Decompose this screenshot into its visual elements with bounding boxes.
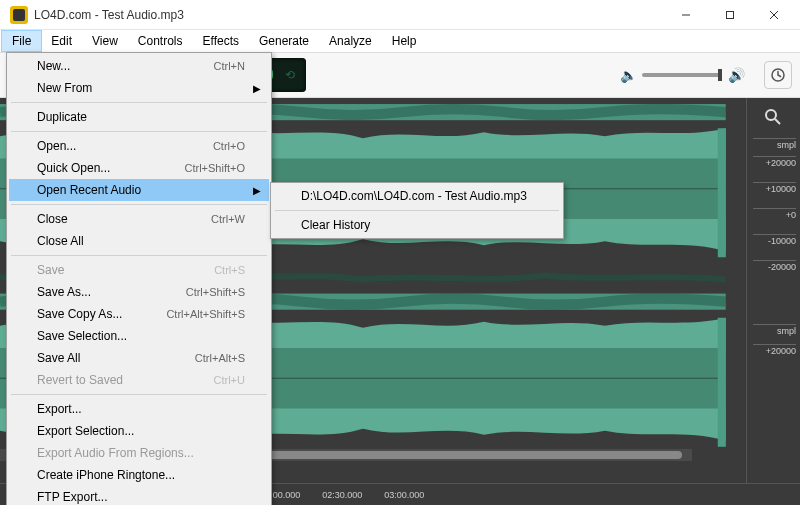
menu-separator <box>11 394 267 395</box>
menu-item-save-copy-as[interactable]: Save Copy As...Ctrl+Alt+Shift+S <box>9 303 269 325</box>
ruler-tick: +10000 <box>753 182 796 194</box>
menu-item-label: Open Recent Audio <box>37 183 245 197</box>
menu-controls[interactable]: Controls <box>128 31 193 51</box>
amplitude-ruler: smpl +20000 +10000 +0 -10000 -20000 smpl… <box>746 98 800 483</box>
menu-effects[interactable]: Effects <box>193 31 249 51</box>
menu-edit[interactable]: Edit <box>41 31 82 51</box>
submenu-item[interactable]: Clear History <box>273 214 561 236</box>
menu-item-new[interactable]: New...Ctrl+N <box>9 55 269 77</box>
submenu-item-label: D:\LO4D.com\LO4D.com - Test Audio.mp3 <box>301 189 537 203</box>
menu-item-export[interactable]: Export... <box>9 398 269 420</box>
menu-item-create-iphone-ringtone[interactable]: Create iPhone Ringtone... <box>9 464 269 486</box>
ruler-tick: -10000 <box>753 234 796 246</box>
menu-item-open[interactable]: Open...Ctrl+O <box>9 135 269 157</box>
menu-item-shortcut: Ctrl+O <box>213 140 245 152</box>
menu-item-shortcut: Ctrl+W <box>211 213 245 225</box>
history-button[interactable] <box>764 61 792 89</box>
svg-rect-14 <box>718 128 726 257</box>
menu-item-label: Close <box>37 212 211 226</box>
submenu-item[interactable]: D:\LO4D.com\LO4D.com - Test Audio.mp3 <box>273 185 561 207</box>
menu-item-save-all[interactable]: Save AllCtrl+Alt+S <box>9 347 269 369</box>
menu-item-label: Revert to Saved <box>37 373 214 387</box>
menu-item-label: Open... <box>37 139 213 153</box>
menu-view[interactable]: View <box>82 31 128 51</box>
ruler-tick: +0 <box>753 208 796 220</box>
menu-item-label: Save As... <box>37 285 186 299</box>
menu-separator <box>275 210 559 211</box>
menu-analyze[interactable]: Analyze <box>319 31 382 51</box>
menu-item-shortcut: Ctrl+Alt+S <box>195 352 245 364</box>
close-button[interactable] <box>752 0 796 30</box>
submenu-item-label: Clear History <box>301 218 537 232</box>
menu-item-label: Save Selection... <box>37 329 245 343</box>
menu-help[interactable]: Help <box>382 31 427 51</box>
submenu-arrow-icon: ▶ <box>253 185 261 196</box>
menu-file[interactable]: File <box>2 31 41 51</box>
app-icon <box>10 6 28 24</box>
menu-item-label: Export Audio From Regions... <box>37 446 245 460</box>
menu-generate[interactable]: Generate <box>249 31 319 51</box>
svg-rect-13 <box>726 98 746 471</box>
file-menu-dropdown: New...Ctrl+NNew From▶DuplicateOpen...Ctr… <box>6 52 272 505</box>
menu-item-shortcut: Ctrl+Alt+Shift+S <box>166 308 245 320</box>
menu-item-label: New... <box>37 59 214 73</box>
menu-item-shortcut: Ctrl+S <box>214 264 245 276</box>
open-recent-submenu: D:\LO4D.com\LO4D.com - Test Audio.mp3Cle… <box>270 182 564 239</box>
svg-rect-1 <box>727 11 734 18</box>
ruler-tick: +20000 <box>753 344 796 356</box>
menu-item-open-recent-audio[interactable]: Open Recent Audio▶ <box>9 179 269 201</box>
menu-item-label: Export... <box>37 402 245 416</box>
ruler-tick: +20000 <box>753 156 796 168</box>
menu-item-save: SaveCtrl+S <box>9 259 269 281</box>
timeline-tick: 02:30.000 <box>322 490 362 500</box>
menu-item-revert-to-saved: Revert to SavedCtrl+U <box>9 369 269 391</box>
menu-item-shortcut: Ctrl+U <box>214 374 245 386</box>
speaker-high-icon: 🔊 <box>728 67 744 83</box>
menu-item-label: New From <box>37 81 245 95</box>
menu-item-new-from[interactable]: New From▶ <box>9 77 269 99</box>
menu-item-ftp-export[interactable]: FTP Export... <box>9 486 269 505</box>
submenu-arrow-icon: ▶ <box>253 83 261 94</box>
menu-item-shortcut: Ctrl+N <box>214 60 245 72</box>
title-bar: LO4D.com - Test Audio.mp3 <box>0 0 800 30</box>
ruler-tick: smpl <box>753 324 796 336</box>
search-icon[interactable] <box>760 104 786 130</box>
menu-item-export-selection[interactable]: Export Selection... <box>9 420 269 442</box>
menu-item-label: Close All <box>37 234 245 248</box>
menu-item-duplicate[interactable]: Duplicate <box>9 106 269 128</box>
menu-item-close[interactable]: CloseCtrl+W <box>9 208 269 230</box>
menu-item-label: Export Selection... <box>37 424 245 438</box>
menu-bar: File Edit View Controls Effects Generate… <box>0 30 800 52</box>
menu-item-label: Create iPhone Ringtone... <box>37 468 245 482</box>
menu-item-close-all[interactable]: Close All <box>9 230 269 252</box>
menu-item-export-audio-from-regions: Export Audio From Regions... <box>9 442 269 464</box>
svg-point-16 <box>766 110 776 120</box>
menu-item-shortcut: Ctrl+Shift+S <box>186 286 245 298</box>
menu-separator <box>11 255 267 256</box>
ruler-tick: -20000 <box>753 260 796 272</box>
window-title: LO4D.com - Test Audio.mp3 <box>34 8 664 22</box>
menu-item-label: Save <box>37 263 214 277</box>
svg-rect-15 <box>718 318 726 447</box>
menu-item-shortcut: Ctrl+Shift+O <box>184 162 245 174</box>
menu-item-label: Duplicate <box>37 110 245 124</box>
timeline-tick: 03:00.000 <box>384 490 424 500</box>
menu-separator <box>11 131 267 132</box>
menu-separator <box>11 204 267 205</box>
loop-icon[interactable]: ⟲ <box>285 68 296 82</box>
menu-item-label: Quick Open... <box>37 161 184 175</box>
menu-item-save-as[interactable]: Save As...Ctrl+Shift+S <box>9 281 269 303</box>
menu-separator <box>11 102 267 103</box>
menu-item-label: Save All <box>37 351 195 365</box>
speaker-low-icon: 🔈 <box>620 67 636 83</box>
menu-item-quick-open[interactable]: Quick Open...Ctrl+Shift+O <box>9 157 269 179</box>
volume-slider[interactable] <box>642 73 722 77</box>
menu-item-label: Save Copy As... <box>37 307 166 321</box>
minimize-button[interactable] <box>664 0 708 30</box>
svg-line-17 <box>775 119 780 124</box>
volume-control[interactable]: 🔈 🔊 <box>620 67 744 83</box>
ruler-tick: smpl <box>753 138 796 150</box>
menu-item-save-selection[interactable]: Save Selection... <box>9 325 269 347</box>
maximize-button[interactable] <box>708 0 752 30</box>
menu-item-label: FTP Export... <box>37 490 245 504</box>
